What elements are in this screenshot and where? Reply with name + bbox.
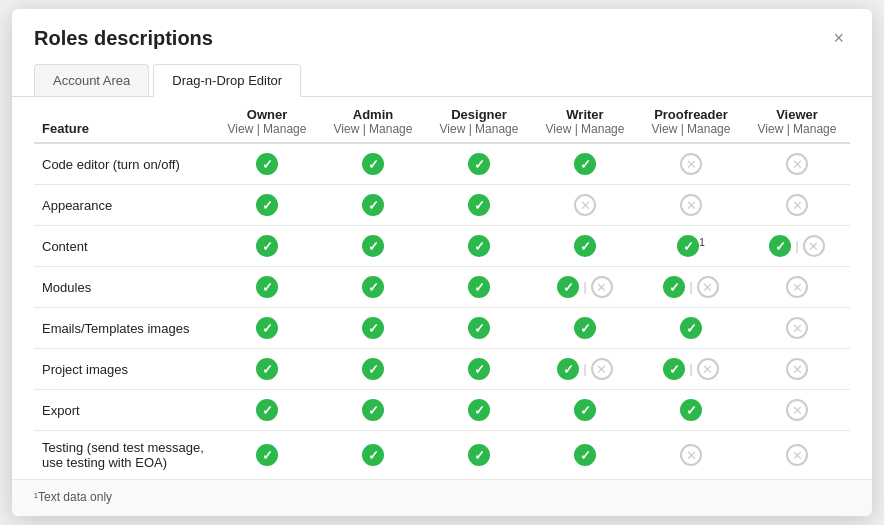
cross-icon: ✕ [786, 358, 808, 380]
tab-drag-n-drop[interactable]: Drag-n-Drop Editor [153, 64, 301, 97]
role-cell: ✓ [214, 267, 320, 308]
footnote: ¹Text data only [12, 479, 872, 516]
role-cell: ✓ [320, 308, 426, 349]
separator: | [583, 362, 586, 376]
tab-account-area[interactable]: Account Area [34, 64, 149, 96]
cross-icon: ✕ [803, 235, 825, 257]
check-icon: ✓ [557, 276, 579, 298]
role-cell: ✓ [426, 431, 532, 480]
role-cell: ✓ [426, 226, 532, 267]
check-icon: ✓ [663, 276, 685, 298]
table-row: Code editor (turn on/off)✓✓✓✓✕✕ [34, 143, 850, 185]
cell-pair: ✓|✕ [769, 235, 824, 257]
role-cell: ✓ [532, 390, 638, 431]
table-body: Code editor (turn on/off)✓✓✓✓✕✕Appearanc… [34, 143, 850, 479]
role-cell: ✓ [320, 143, 426, 185]
cross-icon: ✕ [786, 194, 808, 216]
check-icon: ✓ [663, 358, 685, 380]
role-cell: ✕ [638, 431, 744, 480]
check-icon: ✓ [362, 358, 384, 380]
cross-icon: ✕ [591, 276, 613, 298]
cross-icon: ✕ [786, 444, 808, 466]
check-icon: ✓ [680, 399, 702, 421]
role-cell: ✓ [532, 308, 638, 349]
check-icon: ✓ [468, 276, 490, 298]
cross-icon: ✕ [680, 153, 702, 175]
cross-icon: ✕ [680, 194, 702, 216]
check-icon: ✓ [468, 358, 490, 380]
role-cell: ✓ [426, 267, 532, 308]
check-icon: ✓ [362, 444, 384, 466]
check-icon: ✓ [574, 399, 596, 421]
role-cell: ✓ [532, 431, 638, 480]
role-cell: ✓ [214, 390, 320, 431]
table-wrap: Feature Owner View | Manage Admin View |… [12, 97, 872, 479]
cross-icon: ✕ [786, 153, 808, 175]
table-header-row: Feature Owner View | Manage Admin View |… [34, 97, 850, 143]
cell-pair: ✓|✕ [557, 276, 612, 298]
check-icon: ✓ [574, 153, 596, 175]
table-row: Appearance✓✓✓✕✕✕ [34, 185, 850, 226]
cross-icon: ✕ [786, 276, 808, 298]
check-icon: ✓ [256, 399, 278, 421]
check-icon: ✓ [256, 235, 278, 257]
check-icon: ✓ [362, 194, 384, 216]
modal: Roles descriptions × Account Area Drag-n… [12, 9, 872, 516]
role-cell: ✕ [744, 143, 850, 185]
table-row: Export✓✓✓✓✓✕ [34, 390, 850, 431]
separator: | [689, 280, 692, 294]
role-cell: ✓|✕ [638, 349, 744, 390]
feature-cell: Content [34, 226, 214, 267]
role-cell: ✕ [744, 431, 850, 480]
feature-cell: Modules [34, 267, 214, 308]
check-icon: ✓ [256, 153, 278, 175]
role-cell: ✓ [214, 431, 320, 480]
role-cell: ✓ [214, 226, 320, 267]
role-cell: ✓ [320, 267, 426, 308]
role-cell: ✓ [214, 185, 320, 226]
close-button[interactable]: × [827, 27, 850, 49]
role-cell: ✕ [638, 185, 744, 226]
role-cell: ✕ [744, 308, 850, 349]
check-icon: ✓ [362, 399, 384, 421]
role-cell: ✕ [744, 267, 850, 308]
role-cell: ✓ [638, 390, 744, 431]
table-row: Emails/Templates images✓✓✓✓✓✕ [34, 308, 850, 349]
role-cell: ✕ [744, 185, 850, 226]
col-header-viewer: Viewer View | Manage [744, 97, 850, 143]
role-cell: ✓1 [638, 226, 744, 267]
check-icon: ✓ [362, 276, 384, 298]
role-cell: ✓ [426, 390, 532, 431]
check-icon: ✓ [256, 358, 278, 380]
role-cell: ✓|✕ [638, 267, 744, 308]
table-row: Content✓✓✓✓✓1✓|✕ [34, 226, 850, 267]
check-icon: ✓ [468, 317, 490, 339]
role-cell: ✕ [744, 349, 850, 390]
role-cell: ✓ [426, 308, 532, 349]
tabs: Account Area Drag-n-Drop Editor [12, 50, 872, 97]
role-cell: ✓ [320, 349, 426, 390]
check-icon: ✓ [557, 358, 579, 380]
role-cell: ✓ [320, 185, 426, 226]
role-cell: ✕ [638, 143, 744, 185]
check-icon: ✓ [256, 276, 278, 298]
cell-pair: ✓|✕ [663, 276, 718, 298]
check-icon: ✓ [574, 444, 596, 466]
role-cell: ✕ [532, 185, 638, 226]
role-cell: ✓ [532, 143, 638, 185]
role-cell: ✕ [744, 390, 850, 431]
check-icon: ✓ [468, 444, 490, 466]
check-icon: ✓ [362, 153, 384, 175]
col-header-owner: Owner View | Manage [214, 97, 320, 143]
feature-col-header: Feature [34, 97, 214, 143]
role-cell: ✓ [320, 431, 426, 480]
cross-icon: ✕ [591, 358, 613, 380]
role-cell: ✓ [214, 349, 320, 390]
separator: | [583, 280, 586, 294]
check-icon: ✓ [468, 194, 490, 216]
role-cell: ✓|✕ [532, 349, 638, 390]
col-header-proofreader: Proofreader View | Manage [638, 97, 744, 143]
feature-cell: Export [34, 390, 214, 431]
cross-icon: ✕ [786, 399, 808, 421]
check-icon: ✓ [680, 317, 702, 339]
